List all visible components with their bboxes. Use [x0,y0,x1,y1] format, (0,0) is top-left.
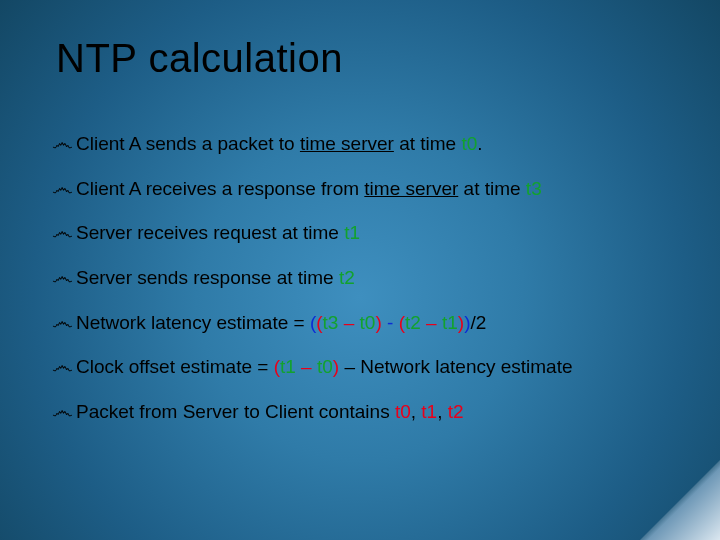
bullet-item: ෴Network latency estimate = ((t3 – t0) -… [52,311,672,336]
swirl-bullet-icon: ෴ [52,400,73,422]
bullet-segment: time server [364,178,458,199]
bullet-segment: Client A sends a packet to [76,133,300,154]
bullet-segment: Server sends response at time [76,267,339,288]
bullet-segment: at time [394,133,462,154]
bullet-segment: t1 [421,401,437,422]
swirl-bullet-icon: ෴ [52,355,73,377]
bullet-segment: t1 [344,222,360,243]
swirl-bullet-icon: ෴ [52,177,73,199]
swirl-bullet-icon: ෴ [52,311,73,333]
bullet-segment: /2 [470,312,486,333]
bullet-item: ෴Packet from Server to Client contains t… [52,400,672,425]
bullet-segment: – [421,312,442,333]
page-curl-icon [640,460,720,540]
bullet-segment: t2 [405,312,421,333]
bullet-segment: t0 [317,356,333,377]
bullet-segment: , [437,401,448,422]
bullet-segment: t3 [526,178,542,199]
bullet-item: ෴Client A receives a response from time … [52,177,672,202]
bullet-segment: t1 [442,312,458,333]
swirl-bullet-icon: ෴ [52,266,73,288]
bullet-segment: , [411,401,422,422]
bullet-text: Server sends response at time t2 [76,266,672,291]
bullet-segment: - [382,312,399,333]
slide-content: ෴Client A sends a packet to time server … [52,132,672,445]
bullet-segment: Server receives request at time [76,222,344,243]
swirl-bullet-icon: ෴ [52,132,73,154]
bullet-segment: t2 [448,401,464,422]
bullet-segment: t0 [360,312,376,333]
bullet-segment: time server [300,133,394,154]
bullet-text: Network latency estimate = ((t3 – t0) - … [76,311,672,336]
bullet-segment: Packet from Server to Client contains [76,401,395,422]
bullet-segment: t2 [339,267,355,288]
bullet-segment: t3 [323,312,339,333]
slide-title: NTP calculation [56,36,343,81]
bullet-text: Client A sends a packet to time server a… [76,132,672,157]
bullet-segment: Clock offset estimate = [76,356,274,377]
bullet-segment: – Network latency estimate [339,356,572,377]
bullet-segment: Client A receives a response from [76,178,364,199]
bullet-text: Clock offset estimate = (t1 – t0) – Netw… [76,355,672,380]
bullet-segment: . [477,133,482,154]
swirl-bullet-icon: ෴ [52,221,73,243]
bullet-segment: t0 [461,133,477,154]
bullet-text: Packet from Server to Client contains t0… [76,400,672,425]
bullet-item: ෴Client A sends a packet to time server … [52,132,672,157]
bullet-segment: t0 [395,401,411,422]
bullet-segment: – [338,312,359,333]
bullet-item: ෴Server receives request at time t1 [52,221,672,246]
bullet-segment: t1 [280,356,296,377]
bullet-text: Client A receives a response from time s… [76,177,672,202]
bullet-item: ෴Clock offset estimate = (t1 – t0) – Net… [52,355,672,380]
bullet-text: Server receives request at time t1 [76,221,672,246]
slide: NTP calculation ෴Client A sends a packet… [0,0,720,540]
bullet-segment: Network latency estimate = [76,312,310,333]
bullet-segment: at time [458,178,526,199]
bullet-item: ෴Server sends response at time t2 [52,266,672,291]
bullet-segment: – [296,356,317,377]
